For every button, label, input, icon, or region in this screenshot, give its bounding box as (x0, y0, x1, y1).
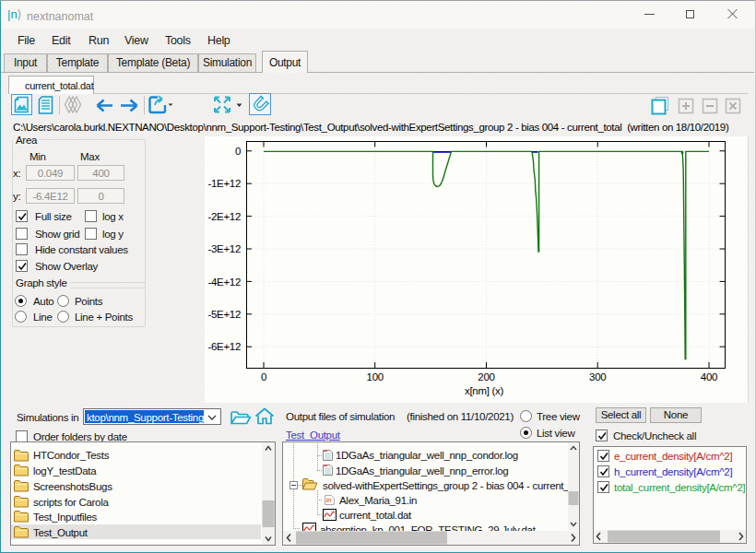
svg-text:-5E+12: -5E+12 (207, 309, 241, 320)
svg-text:0: 0 (235, 146, 241, 157)
svg-text:300: 300 (589, 371, 606, 382)
svg-text:-3E+12: -3E+12 (207, 243, 241, 254)
svg-text:200: 200 (478, 371, 494, 382)
svg-text:400: 400 (701, 371, 717, 382)
svg-text:in: in (326, 497, 332, 503)
svg-text:-1E+12: -1E+12 (207, 178, 241, 189)
svg-text:-2E+12: -2E+12 (207, 211, 241, 222)
svg-text:-4E+12: -4E+12 (207, 276, 241, 288)
svg-text:100: 100 (367, 371, 384, 382)
svg-text:x[nm] (x): x[nm] (x) (465, 385, 503, 396)
svg-text:0: 0 (261, 371, 266, 382)
svg-text:-6E+12: -6E+12 (207, 341, 241, 352)
